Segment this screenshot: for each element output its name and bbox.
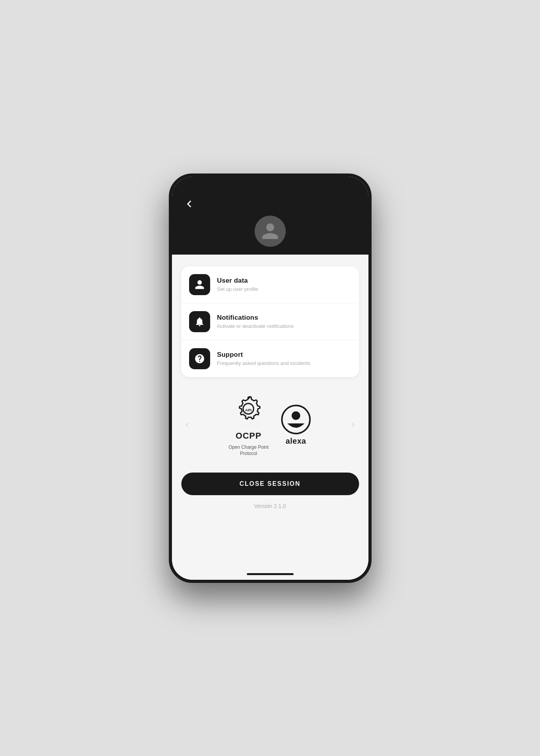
user-data-icon-bg <box>189 274 210 295</box>
ocpp-gear-icon: API <box>231 393 266 428</box>
user-icon <box>194 279 205 290</box>
menu-cards: User data Set up user profile Notificati… <box>181 266 359 377</box>
support-subtitle: Frequently asked questions and incidents <box>217 360 310 366</box>
question-icon <box>194 353 205 364</box>
svg-text:API: API <box>245 407 252 412</box>
support-text-group: Support Frequently asked questions and i… <box>217 351 310 366</box>
user-data-subtitle: Set up user profile <box>217 286 258 292</box>
menu-item-notifications[interactable]: Notifications Activate or deactivate not… <box>181 303 359 340</box>
support-icon-bg <box>189 348 210 369</box>
support-title: Support <box>217 351 310 359</box>
partners-carousel: ‹ API OCPP Open <box>181 393 359 457</box>
ocpp-description: Open Charge PointProtocol <box>228 444 269 457</box>
notifications-text-group: Notifications Activate or deactivate not… <box>217 314 294 329</box>
home-indicator <box>247 573 294 575</box>
ocpp-partner: API OCPP Open Charge PointProtocol <box>228 393 269 457</box>
alexa-partner: alexa <box>280 404 312 446</box>
svg-point-3 <box>292 411 300 420</box>
profile-avatar <box>255 216 286 247</box>
phone-inner: User data Set up user profile Notificati… <box>172 177 368 580</box>
carousel-right-arrow[interactable]: › <box>347 420 359 430</box>
notifications-subtitle: Activate or deactivate notifications <box>217 323 294 329</box>
notifications-title: Notifications <box>217 314 294 322</box>
bottom-space <box>181 517 359 529</box>
alexa-name: alexa <box>286 437 306 446</box>
menu-item-user-data[interactable]: User data Set up user profile <box>181 266 359 303</box>
carousel-left-arrow[interactable]: ‹ <box>181 420 193 430</box>
header-area <box>172 177 368 255</box>
ocpp-name: OCPP <box>235 431 261 441</box>
notifications-icon-bg <box>189 311 210 332</box>
main-content: User data Set up user profile Notificati… <box>172 255 368 580</box>
menu-item-support[interactable]: Support Frequently asked questions and i… <box>181 340 359 377</box>
user-data-title: User data <box>217 277 258 285</box>
phone-frame: User data Set up user profile Notificati… <box>169 174 372 583</box>
bell-icon <box>194 316 205 327</box>
partners-content: API OCPP Open Charge PointProtocol <box>197 393 343 457</box>
back-button[interactable] <box>181 196 197 212</box>
user-data-text-group: User data Set up user profile <box>217 277 258 292</box>
version-label: Versión 2.1.0 <box>181 503 359 509</box>
alexa-icon <box>280 404 312 435</box>
close-session-button[interactable]: CLOSE SESSION <box>181 473 359 495</box>
notch <box>239 177 301 190</box>
